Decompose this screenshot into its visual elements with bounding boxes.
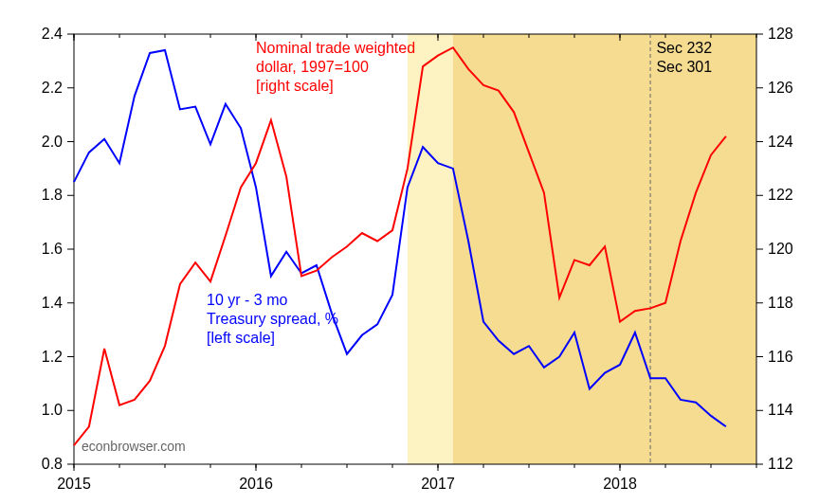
right-tick-label: 126 [768,80,793,96]
right-tick-label: 114 [768,402,793,418]
left-tick-label: 1.2 [42,349,63,365]
anno-red-1: Nominal trade weighted [256,40,415,56]
anno-red-2: dollar, 1997=100 [256,59,369,75]
anno-sec232: Sec 232 [656,40,712,56]
left-tick-label: 1.6 [42,241,63,257]
left-tick-label: 1.0 [42,402,63,418]
anno-blue-2: Treasury spread, % [207,311,338,327]
anno-blue-1: 10 yr - 3 mo [207,292,287,308]
left-tick-label: 2.0 [42,134,63,150]
right-tick-label: 124 [768,134,793,150]
anno-blue-3: [left scale] [207,330,275,346]
x-tick-label: 2017 [421,476,455,492]
right-tick-label: 116 [768,349,793,365]
x-tick-label: 2016 [239,476,273,492]
x-tick-label: 2015 [57,476,91,492]
source-label: econbrowser.com [82,439,186,454]
chart-container: 20152016201720180.81.01.21.41.61.82.02.2… [0,0,819,504]
right-tick-label: 122 [768,187,793,203]
left-tick-label: 2.2 [42,80,63,96]
x-tick-label: 2018 [603,476,637,492]
chart-svg: 20152016201720180.81.01.21.41.61.82.02.2… [0,0,819,504]
right-tick-label: 120 [768,241,793,257]
left-tick-label: 2.4 [42,26,63,42]
left-tick-label: 1.4 [42,295,63,311]
shade-light [408,34,453,464]
right-tick-label: 112 [768,456,793,472]
left-tick-label: 0.8 [42,456,63,472]
right-tick-label: 118 [768,295,793,311]
right-tick-label: 128 [768,26,793,42]
anno-red-3: [right scale] [256,78,334,94]
left-tick-label: 1.8 [42,187,63,203]
anno-sec301: Sec 301 [656,59,712,75]
